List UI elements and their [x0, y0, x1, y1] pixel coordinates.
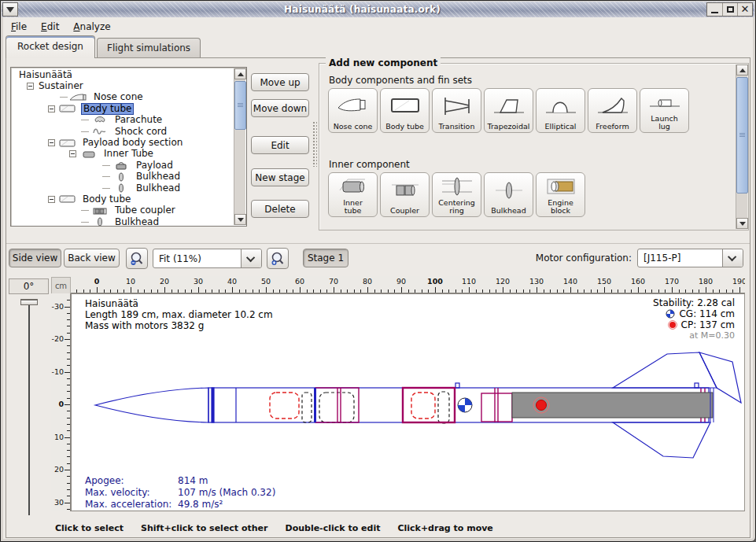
- tree-item-haisunäätä[interactable]: Haisunäätä: [13, 69, 233, 80]
- component-button-launch-lug[interactable]: Launchlug: [640, 88, 689, 133]
- ruler-tick: [367, 287, 368, 293]
- component-button-engine-block[interactable]: Engineblock: [536, 172, 585, 217]
- component-button-centering-ring[interactable]: Centeringring: [432, 172, 481, 217]
- back-view-button[interactable]: Back view: [64, 249, 120, 267]
- add-component-scrollbar[interactable]: [736, 65, 747, 229]
- scroll-up-button[interactable]: [736, 65, 748, 76]
- component-button-elliptical[interactable]: Elliptical: [536, 88, 585, 133]
- motor-configuration-combo[interactable]: [J115-P]: [637, 249, 743, 267]
- ruler-tick: [394, 289, 395, 293]
- tree-item-bulkhead[interactable]: Bulkhead: [13, 216, 233, 226]
- title-bar: Haisunäätä (haisunaata.ork) ✕: [2, 2, 754, 17]
- component-button-freeform[interactable]: Freeform: [588, 88, 637, 133]
- ruler-tick: [313, 289, 314, 293]
- ruler-tick: [347, 289, 348, 293]
- panel-splitter[interactable]: [312, 121, 317, 167]
- maximize-button[interactable]: [722, 3, 737, 16]
- component-button-nose-cone[interactable]: Nose cone: [328, 88, 378, 133]
- tree-item-inner-tube[interactable]: Inner Tube: [13, 149, 233, 160]
- nose-cone-icon: [69, 93, 88, 102]
- tree-item-bulkhead[interactable]: Bulkhead: [13, 183, 233, 194]
- tab-flight-simulations[interactable]: Flight simulations: [97, 38, 201, 58]
- tree-item-body-tube[interactable]: Body tube: [13, 103, 233, 114]
- window-title: Haisunäätä (haisunaata.ork): [18, 4, 706, 15]
- new-stage-button[interactable]: New stage: [251, 168, 309, 186]
- tree-scrollbar[interactable]: [234, 68, 245, 225]
- tree-item-nose-cone[interactable]: Nose cone: [13, 92, 233, 103]
- ruler-tick: [415, 289, 415, 293]
- ruler-label: 90: [396, 277, 406, 286]
- ruler-tick: [625, 289, 625, 293]
- inner-tube-icon: [79, 149, 98, 159]
- elliptical-icon: [537, 89, 585, 123]
- ruler-tick: [67, 378, 70, 379]
- component-button-trapezoidal[interactable]: Trapezoidal: [484, 88, 533, 133]
- rotation-slider-handle[interactable]: [20, 299, 38, 305]
- scrollbar-thumb[interactable]: [234, 81, 246, 130]
- zoom-level-combo[interactable]: Fit (11%): [153, 249, 262, 268]
- move-down-button[interactable]: Move down: [251, 99, 309, 117]
- rotation-slider-track[interactable]: [28, 301, 30, 515]
- edit-button[interactable]: Edit: [251, 136, 309, 154]
- bulkhead-icon: [112, 172, 131, 182]
- horizontal-ruler: -100102030405060708090100110120130140150…: [71, 276, 745, 293]
- ruler-unit-label: cm: [51, 277, 71, 294]
- tree-expander[interactable]: [69, 150, 76, 157]
- component-button-body-tube[interactable]: Body tube: [380, 88, 430, 133]
- close-button[interactable]: ✕: [737, 3, 752, 16]
- menu-analyze[interactable]: Analyze: [66, 19, 117, 35]
- cg-icon: [666, 309, 675, 319]
- ruler-tick: [529, 289, 530, 293]
- component-tree-panel: HaisunäätäSustainerNose coneBody tubePar…: [10, 67, 247, 227]
- ruler-tick: [65, 307, 70, 308]
- flight-stat-label: Apogee:: [85, 475, 178, 487]
- tree-expander[interactable]: [27, 83, 34, 90]
- scroll-up-button[interactable]: [234, 68, 246, 79]
- tree-expander[interactable]: [48, 196, 55, 203]
- component-button-bulkhead[interactable]: Bulkhead: [484, 172, 533, 217]
- side-view-button[interactable]: Side view: [9, 249, 61, 267]
- ruler-tick: [523, 289, 524, 293]
- tree-item-payload[interactable]: Payload: [13, 160, 233, 171]
- minimize-button[interactable]: [707, 3, 722, 16]
- menu-edit[interactable]: Edit: [34, 19, 66, 35]
- component-button-coupler[interactable]: Coupler: [380, 172, 430, 217]
- tree-item-payload-body-section[interactable]: Payload body section: [13, 137, 233, 148]
- delete-button[interactable]: Delete: [251, 200, 309, 218]
- menu-file[interactable]: File: [4, 19, 34, 35]
- tree-item-label: Inner Tube: [102, 149, 155, 159]
- ruler-tick: [239, 289, 240, 293]
- tree-item-shock-cord[interactable]: Shock cord: [13, 126, 233, 137]
- zoom-in-button[interactable]: [267, 248, 289, 269]
- scroll-down-button[interactable]: [736, 218, 748, 229]
- ruler-label: -30: [51, 301, 64, 310]
- arrow-down-icon: [238, 218, 244, 222]
- tree-item-tube-coupler[interactable]: Tube coupler: [13, 205, 233, 216]
- component-button-label: Elliptical: [545, 123, 577, 131]
- stage-1-toggle[interactable]: Stage 1: [303, 249, 348, 267]
- ruler-tick: [76, 289, 77, 293]
- component-button-inner-tube[interactable]: Innertube: [328, 172, 378, 217]
- tree-expander[interactable]: [48, 105, 55, 112]
- ruler-label: 0: [94, 277, 100, 286]
- tree-item-sustainer[interactable]: Sustainer: [13, 80, 233, 91]
- component-button-transition[interactable]: Transition: [432, 88, 481, 133]
- window-menu-button[interactable]: [2, 2, 18, 17]
- ruler-tick: [408, 289, 409, 293]
- tree-item-body-tube[interactable]: Body tube: [13, 194, 233, 205]
- tree-item-bulkhead[interactable]: Bulkhead: [13, 171, 233, 183]
- tree-expander[interactable]: [48, 139, 55, 146]
- scrollbar-thumb[interactable]: [736, 77, 748, 194]
- tab-bar: Rocket design Flight simulations: [6, 36, 750, 58]
- move-up-button[interactable]: Move up: [251, 73, 309, 91]
- ruler-label: 10: [126, 277, 135, 286]
- ruler-tick: [388, 289, 389, 293]
- ruler-tick: [510, 289, 511, 293]
- scroll-down-button[interactable]: [234, 214, 246, 225]
- combo-dropdown-button[interactable]: [241, 249, 261, 267]
- tab-rocket-design[interactable]: Rocket design: [6, 35, 95, 58]
- rocket-canvas[interactable]: Haisunäätä Length 189 cm, max. diameter …: [71, 293, 745, 511]
- combo-dropdown-button[interactable]: [722, 249, 743, 267]
- tree-item-parachute[interactable]: Parachute: [13, 115, 233, 126]
- zoom-out-button[interactable]: [126, 248, 148, 269]
